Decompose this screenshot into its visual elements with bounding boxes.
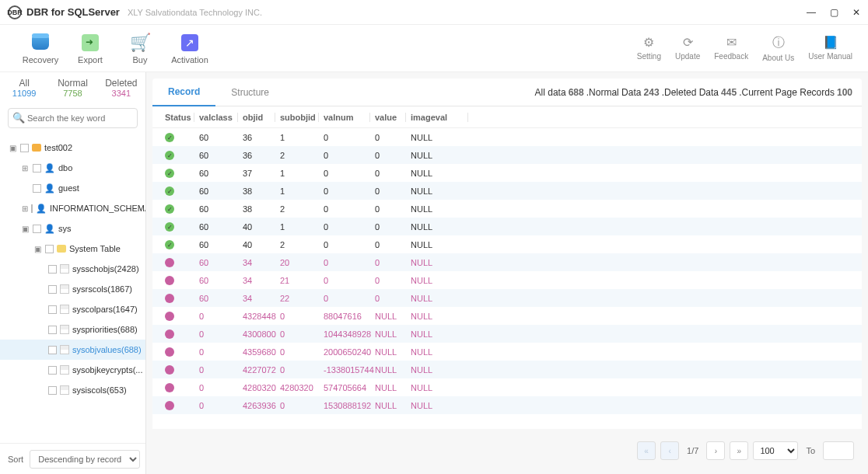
manual-button[interactable]: 📘User Manual [808,35,852,62]
cell-valclass: 60 [194,276,238,285]
sort-select[interactable]: Descending by record [30,450,140,469]
col-valclass[interactable]: valclass [194,113,238,122]
col-status[interactable]: Status [160,113,194,122]
tree-item[interactable]: syscolpars(1647) [0,299,145,319]
collapse-icon[interactable]: ▣ [9,144,17,152]
goto-input[interactable] [823,441,854,460]
setting-label: Setting [637,52,661,61]
page-prev-button[interactable]: ‹ [660,441,679,460]
collapse-icon[interactable]: ▣ [34,245,42,253]
buy-button[interactable]: 🛒Buy [115,33,165,64]
tree-item[interactable]: sysrscols(1867) [0,279,145,299]
goto-label: To [806,446,815,455]
table-row[interactable]: ×60342000NULL [152,253,862,271]
tree-item[interactable]: sysiscols(653) [0,380,145,400]
export-button[interactable]: Export [65,33,115,64]
table-row[interactable]: ✓6036100NULL [152,128,862,146]
table-row[interactable]: ×0435968002000650240NULLNULL [152,343,862,361]
feedback-button[interactable]: ✉Feedback [714,35,748,62]
count-all[interactable]: All11099 [0,72,48,103]
page-next-button[interactable]: › [706,441,725,460]
status-deleted-icon: × [165,329,174,339]
cell-value: 0 [370,151,406,160]
cell-valclass: 0 [194,312,238,321]
table-row[interactable]: ×042270720-1338015744NULLNULL [152,361,862,378]
cell-objid: 40 [238,222,275,232]
tree-item-selected[interactable]: sysobjvalues(688) [0,340,145,360]
table-icon [60,365,69,375]
setting-button[interactable]: ⚙Setting [637,35,661,62]
count-normal[interactable]: Normal7758 [48,72,96,103]
table-row[interactable]: ×042803204280320574705664NULLNULL [152,378,862,396]
checkbox[interactable] [48,265,57,274]
checkbox[interactable] [48,366,57,375]
table-row[interactable]: ×0426393601530888192NULLNULL [152,396,862,414]
tree-sys[interactable]: ▣👤sys [0,218,145,239]
checkbox[interactable] [33,225,41,233]
checkbox[interactable] [33,184,41,193]
object-tree[interactable]: ▣test002 ⊞👤dbo 👤guest ⊞👤INFORMATION_SCHE… [0,133,145,443]
cell-valnum: 0 [319,240,370,249]
recovery-button[interactable]: Recovery [16,33,65,64]
collapse-icon[interactable]: ▣ [22,225,30,233]
col-valnum[interactable]: valnum [319,113,370,122]
page-last-button[interactable]: » [730,441,748,460]
col-objid[interactable]: objid [238,113,275,122]
tree-guest[interactable]: 👤guest [0,178,145,198]
checkbox[interactable] [33,164,41,173]
tree-item[interactable]: syspriorities(688) [0,319,145,340]
table-row[interactable]: ×60342200NULL [152,289,862,307]
page-size-select[interactable]: 100 [753,441,798,460]
table-row[interactable]: ✓6038100NULL [152,182,862,200]
table-row[interactable]: ✓6040200NULL [152,235,862,253]
col-value[interactable]: value [370,113,406,122]
activation-button[interactable]: ↗Activation [165,33,215,64]
table-row[interactable]: ×0430080001044348928NULLNULL [152,325,862,343]
status-deleted-icon: × [165,347,174,357]
table-row[interactable]: ×60342100NULL [152,271,862,289]
table-row[interactable]: ✓6038200NULL [152,200,862,218]
tree-information-schema[interactable]: ⊞👤INFORMATION_SCHEMA [0,198,145,218]
maximize-icon[interactable]: ▢ [830,7,838,18]
table-row[interactable]: ✓6037100NULL [152,164,862,182]
tree-db[interactable]: ▣test002 [0,138,145,158]
status-ok-icon: ✓ [165,222,174,232]
checkbox[interactable] [45,245,54,253]
checkbox[interactable] [48,386,57,395]
checkbox[interactable] [48,326,57,334]
tree-item[interactable]: sysschobjs(2428) [0,259,145,279]
checkbox[interactable] [48,285,57,294]
user-icon: 👤 [36,204,47,214]
checkbox[interactable] [20,144,29,152]
search-input[interactable] [8,108,138,128]
update-button[interactable]: ⟳Update [675,35,700,62]
page-first-button[interactable]: « [637,441,656,460]
expand-icon[interactable]: ⊞ [22,164,30,173]
table-row[interactable]: ×04328448088047616NULLNULL [152,307,862,325]
about-button[interactable]: ⓘAbout Us [762,35,794,62]
cell-value: 0 [370,169,406,178]
tree-system-table[interactable]: ▣System Table [0,239,145,259]
cell-value: 0 [370,204,406,214]
count-deleted[interactable]: Deleted3341 [97,72,145,103]
tree-dbo[interactable]: ⊞👤dbo [0,158,145,178]
checkbox[interactable] [48,305,57,314]
table-icon [60,305,69,314]
tab-structure[interactable]: Structure [215,78,285,106]
cell-value: NULL [370,312,406,321]
cell-valnum: 574705664 [319,383,370,392]
grid-body[interactable]: ✓6036100NULL✓6036200NULL✓6037100NULL✓603… [152,128,862,429]
cell-valclass: 0 [194,347,238,357]
table-row[interactable]: ✓6040100NULL [152,218,862,235]
tree-item[interactable]: sysobjkeycrypts(... [0,360,145,380]
col-subobjid[interactable]: subobjid [275,113,319,122]
checkbox[interactable] [31,204,33,213]
minimize-icon[interactable]: — [807,7,816,18]
tab-record[interactable]: Record [152,78,215,106]
checkbox[interactable] [48,346,57,354]
close-icon[interactable]: ✕ [852,7,860,18]
cell-valnum: 0 [319,204,370,214]
col-imageval[interactable]: imageval [406,113,468,122]
table-row[interactable]: ✓6036200NULL [152,146,862,164]
expand-icon[interactable]: ⊞ [22,204,28,213]
